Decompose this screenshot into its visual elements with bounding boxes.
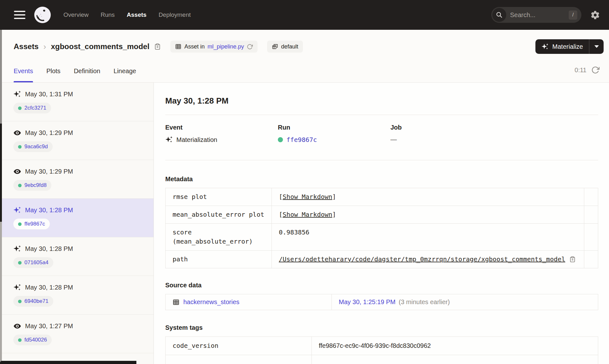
run-id-badge[interactable]: fd540026 [13,335,52,345]
materialization-sparkle-icon [165,136,173,144]
group-badge-label: default [281,43,298,50]
settings-gear-icon[interactable] [590,10,600,20]
materialization-sparkle-icon [13,284,21,291]
table-action-cell [584,251,598,268]
metadata-key: rmse plot [166,188,272,206]
materialization-sparkle-icon [13,206,21,214]
materialize-dropdown-toggle[interactable] [589,39,604,54]
event-label: Event [165,124,278,131]
run-id-badge[interactable]: 6940be71 [13,296,53,307]
run-status-dot [18,261,22,265]
show-markdown-link[interactable]: Show Markdown [283,192,332,201]
nav-assets[interactable]: Assets [127,11,147,18]
event-detail-panel: May 30, 1:28 PM Event Materialization [154,83,609,364]
tab-lineage[interactable]: Lineage [114,67,136,82]
source-time-note: (3 minutes earlier) [399,298,450,306]
event-list: May 30, 1:31 PM 2cfc3271 [0,83,154,364]
asset-grid-icon [173,299,180,306]
reload-code-location-icon[interactable] [247,44,253,50]
asset-tabs: Events Plots Definition Lineage 0:11 [0,56,609,83]
group-badge-default[interactable]: default [267,41,303,53]
table-row: path /Users/odetteharary/code/dagster/tm… [166,250,598,268]
table-row [166,355,598,364]
run-id-link: 2cfc3271 [24,105,46,111]
nav-deployment[interactable]: Deployment [159,11,191,18]
hamburger-menu-icon[interactable] [14,11,25,19]
event-list-item[interactable]: May 30, 1:28 PM ffe9867c [0,199,154,237]
event-type-value: Materialization [176,136,217,144]
path-link[interactable]: /Users/odetteharary/code/dagster/tmp_0mz… [279,255,565,264]
materialize-button[interactable]: Materialize [535,39,604,54]
tag-value: ffe9867c-ec9c-4f06-939c-f8dc830c0962 [311,337,598,355]
run-id-link: ffe9867c [24,221,45,227]
pipeline-file-link[interactable]: ml_pipeline.py [207,43,244,50]
asset-grid-icon [175,43,181,50]
tab-definition[interactable]: Definition [74,67,100,82]
divider [165,160,598,160]
summary-event-col: Event Materialization [165,124,278,144]
run-id-badge[interactable]: ffe9867c [13,219,50,229]
source-asset-cell: hackernews_stories [166,294,331,310]
source-time-cell: May 30, 1:25:19 PM (3 minutes earlier) [331,294,598,310]
run-status-dot [278,137,283,142]
page-title-asset-name: xgboost_comments_model [51,42,149,51]
run-id-badge[interactable]: 9aca6c9d [13,141,53,152]
breadcrumb-separator: › [43,42,46,52]
event-list-item[interactable]: May 30, 1:29 PM 9aca6c9d [0,121,154,160]
bracket: [ [279,210,283,219]
run-id-link[interactable]: ffe9867c [286,136,317,144]
system-tags-table: code_version ffe9867c-ec9c-4f06-939c-f8d… [165,336,598,364]
observation-eye-icon [13,322,21,330]
copy-asset-name-icon[interactable] [154,43,161,50]
global-search[interactable]: / [491,7,581,23]
run-status-dot [18,145,22,149]
divider [165,115,598,115]
event-list-item[interactable]: May 30, 1:27 PM fd540026 [0,315,154,353]
materialization-sparkle-icon [13,245,21,253]
dagster-logo[interactable] [34,6,51,24]
observation-eye-icon [13,129,21,137]
tab-plots[interactable]: Plots [46,67,60,82]
tag-key [166,355,311,364]
summary-run-col: Run ffe9867c [278,124,390,144]
table-action-cell [584,224,598,250]
copy-path-icon[interactable] [569,256,576,263]
metadata-key: score (mean_absolute_error) [166,224,272,250]
observation-eye-icon [13,168,21,176]
table-row: rmse plot [Show Markdown] [166,188,598,206]
run-id-badge[interactable]: 2cfc3271 [13,103,51,113]
event-timestamp: May 30, 1:29 PM [25,129,73,137]
chevron-down-icon [594,45,599,48]
event-list-item[interactable]: May 30, 1:29 PM 9ebc9fd8 [0,160,154,199]
source-timestamp-link[interactable]: May 30, 1:25:19 PM [339,298,396,306]
materialize-sparkle-icon [541,43,549,50]
refresh-countdown: 0:11 [575,67,586,74]
run-id-link: 071605a4 [24,259,49,266]
nav-overview[interactable]: Overview [63,11,88,18]
run-id-badge[interactable]: 071605a4 [13,257,53,268]
search-shortcut-key: / [569,10,577,20]
primary-nav: Overview Runs Assets Deployment [63,11,191,18]
metadata-key: path [166,251,272,268]
event-list-item[interactable]: May 30, 1:28 PM 6940be71 [0,276,154,315]
asset-location-badge[interactable]: Asset in ml_pipeline.py [170,41,258,53]
tab-events[interactable]: Events [14,67,33,82]
show-markdown-link[interactable]: Show Markdown [283,210,332,219]
source-asset-link[interactable]: hackernews_stories [183,298,239,306]
job-label: Job [390,124,598,131]
summary-job-col: Job — [390,124,598,144]
tag-key: code_version [166,337,311,355]
run-status-dot [18,300,22,303]
event-timestamp: May 30, 1:31 PM [25,91,73,98]
event-list-item[interactable]: May 30, 1:28 PM 071605a4 [0,237,154,276]
breadcrumb-assets-link[interactable]: Assets [14,42,39,51]
search-input[interactable] [506,11,569,19]
event-detail-title: May 30, 1:28 PM [165,96,598,106]
run-status-dot [18,184,22,187]
materialization-sparkle-icon [13,90,21,98]
bracket: ] [332,210,336,219]
refresh-icon[interactable] [591,66,599,74]
run-id-badge[interactable]: 9ebc9fd8 [13,180,51,191]
nav-runs[interactable]: Runs [101,11,115,18]
event-list-item[interactable]: May 30, 1:31 PM 2cfc3271 [0,83,154,121]
